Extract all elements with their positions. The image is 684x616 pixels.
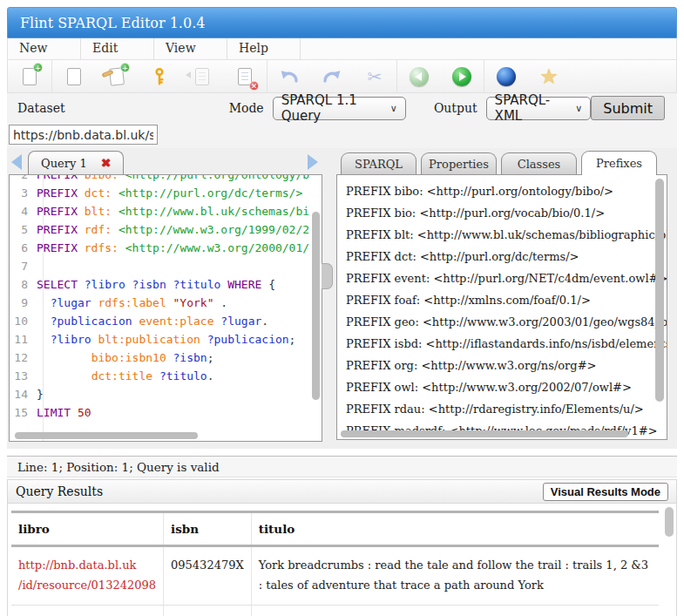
code-line: 2PREFIX bibo: <http://purl.org/ontology/… [10,174,309,184]
blank-document-icon[interactable] [63,65,85,88]
code-line: 12 bibo:isbn10 ?isbn; [10,349,309,367]
line-number: 14 [10,385,37,403]
menu-bar: NewEditViewHelp [7,38,677,60]
toolbar-group-edit: ✂ [268,60,397,92]
undo-icon[interactable] [278,65,301,88]
tab-classes[interactable]: Classes [501,152,577,175]
line-number: 13 [10,367,37,385]
column-header-isbn: isbn [164,512,252,546]
cell-libro: http://bnb.data.bl.uk/id/resource/013242… [11,546,164,606]
prefix-item: PREFIX owl: <http://www.w3.org/2002/07/o… [337,376,667,398]
cell-titulo: Contemporary Chinese vegetarian cuisine [251,605,659,616]
code-text: PREFIX bibo: <http://purl.org/ontology/b [37,174,309,184]
line-number: 15 [10,403,37,422]
line-number: 8 [10,275,37,294]
code-text: bibo:isbn10 ?isbn; [37,349,214,367]
results-body: libroisbntitulo http://bnb.data.bl.uk/id… [8,504,676,616]
cell-isbn: 095432479X [164,546,252,606]
tab-properties[interactable]: Properties [421,152,497,175]
splitter-handle[interactable] [322,263,333,289]
redo-icon[interactable] [321,65,343,88]
sparql-code-editor[interactable]: 2PREFIX bibo: <http://purl.org/ontology/… [9,174,322,442]
code-text: ?libro blt:publication ?publicacion; [37,330,295,349]
tab-sparql[interactable]: SPARQL [341,152,416,175]
prefix-item: PREFIX blt: <http://www.bl.uk/schemas/bi… [337,224,667,246]
output-select-value: SPARQL-XML [495,92,569,124]
next-tab-arrow-icon[interactable] [308,154,318,170]
code-text: LIMIT 50 [37,403,91,422]
next-icon[interactable] [450,65,473,88]
query-tab-label: Query 1 [41,157,87,170]
code-text: PREFIX rdf: <http://www.w3.org/1999/02/2 [37,220,309,239]
code-line: 8SELECT ?libro ?isbn ?titulo WHERE { [10,275,309,294]
prefix-item: PREFIX event: <http://purl.org/NET/c4dm/… [337,267,667,289]
column-header-libro: libro [11,512,164,546]
editor-horizontal-scrollbar[interactable] [15,432,198,439]
cut-icon: ✂ [363,65,386,88]
import-icon [191,65,213,88]
query-results-section: Query Results Visual Results Mode libroi… [7,479,677,616]
status-bar: Line: 1; Position: 1; Query is valid [7,456,677,477]
close-tab-icon[interactable]: ✖ [101,156,112,170]
table-row: http://bnb.data.bl.uk/id/resource/013527… [11,605,659,616]
line-number: 12 [10,349,37,367]
code-lines: 2PREFIX bibo: <http://purl.org/ontology/… [10,174,309,430]
output-select[interactable]: SPARQL-XML ∨ [486,97,592,120]
code-line: 6PREFIX rdfs: <http://www.w3.org/2000/01… [10,239,309,257]
line-number: 4 [10,202,37,220]
menu-item-edit[interactable]: Edit [81,38,154,59]
new-query-icon[interactable]: + [18,65,41,88]
editor-vertical-scrollbar[interactable] [312,212,320,400]
panel-vertical-scrollbar[interactable] [655,179,664,402]
code-text: ?lugar rdfs:label "York" . [37,294,227,312]
dataset-input[interactable] [9,125,158,145]
code-text: } [37,385,44,403]
panel-horizontal-scrollbar[interactable] [341,430,628,437]
code-line: 14} [10,385,309,403]
line-number: 10 [10,312,37,330]
open-query-icon[interactable]: + [105,65,128,88]
code-line: 5PREFIX rdf: <http://www.w3.org/1999/02/… [10,220,309,239]
menu-item-new[interactable]: New [8,38,81,59]
menu-item-help[interactable]: Help [227,38,301,59]
cell-libro: http://bnb.data.bl.uk/id/resource/013527… [11,605,164,616]
query-editor-column: Query 1 ✖ 2PREFIX bibo: <http://purl.org… [9,149,322,442]
code-line: 7 [10,257,309,275]
results-rows: http://bnb.data.bl.uk/id/resource/013242… [11,546,659,616]
line-number: 9 [10,294,37,312]
resource-link[interactable]: http://bnb.data.bl.uk/id/resource/013242… [18,558,156,592]
previous-icon[interactable] [408,65,430,88]
delete-query-icon[interactable]: ✕ [234,65,256,88]
app-title: Flint SPARQL Editor 1.0.4 [20,15,205,31]
results-vertical-scrollbar[interactable] [665,507,674,537]
prefix-item: PREFIX dct: <http://purl.org/dc/terms/> [337,246,667,267]
globe-icon[interactable] [495,65,518,88]
prefixes-panel: PREFIX bibo: <http://purl.org/ontology/b… [336,174,667,440]
code-text: ?publicacion event:place ?lugar. [37,312,268,330]
submit-button[interactable]: Submit [591,96,665,120]
visual-results-mode-button[interactable]: Visual Results Mode [543,483,668,501]
prefix-list: PREFIX bibo: <http://purl.org/ontology/b… [337,180,667,440]
table-row: http://bnb.data.bl.uk/id/resource/013242… [11,546,659,606]
mode-label: Mode [229,101,264,115]
results-title: Query Results [16,484,103,498]
prefix-item: PREFIX isbd: <http://iflastandards.info/… [337,333,667,355]
dataset-label: Dataset [17,101,65,115]
code-text: SELECT ?libro ?isbn ?titulo WHERE { [37,275,275,294]
mode-select[interactable]: SPARQL 1.1 Query ∨ [273,97,406,120]
chevron-down-icon: ∨ [390,103,397,114]
code-text: PREFIX rdfs: <http://www.w3.org/2000/01/ [37,239,309,257]
code-text: dct:title ?titulo. [37,367,214,385]
key-icon[interactable] [148,65,171,88]
code-line: 10 ?publicacion event:place ?lugar. [10,312,309,330]
query-tab[interactable]: Query 1 ✖ [28,151,124,174]
prefix-item: PREFIX foaf: <http://xmlns.com/foaf/0.1/… [337,289,667,311]
tab-prefixes[interactable]: Prefixes [581,151,657,175]
flint-app: Flint SPARQL Editor 1.0.4 NewEditViewHel… [7,7,677,616]
star-icon[interactable]: ★ [538,65,560,88]
toolbar-group-document: + ✕ [52,60,268,92]
prev-tab-arrow-icon[interactable] [11,154,22,170]
mode-select-value: SPARQL 1.1 Query [281,92,383,124]
menu-item-view[interactable]: View [154,38,227,59]
prefix-item: PREFIX geo: <http://www.w3.org/2003/01/g… [337,311,667,333]
